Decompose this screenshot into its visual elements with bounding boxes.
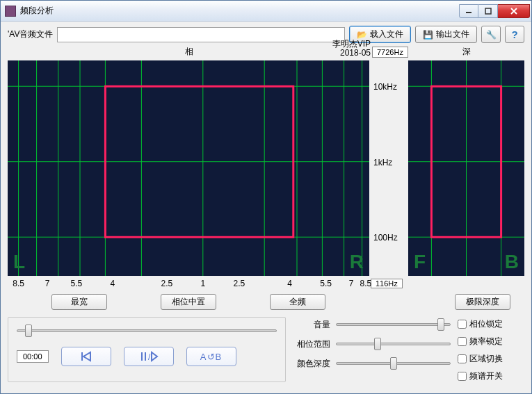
checkbox-column: 相位锁定 频率锁定 区域切换 频谱开关 — [458, 317, 524, 382]
app-icon — [5, 6, 16, 17]
phase-x-tick: 2.5 — [161, 279, 172, 288]
phase-x-tick: 5.5 — [70, 279, 82, 288]
full-band-button[interactable]: 全频 — [270, 294, 325, 310]
wrench-icon: 🔧 — [486, 30, 497, 40]
sliders-column: 音量 相位范围 颜色深度 — [293, 317, 451, 382]
load-file-label: 载入文件 — [370, 28, 403, 40]
minimize-button[interactable] — [459, 4, 478, 18]
play-pause-button[interactable]: / — [124, 347, 174, 366]
folder-open-icon: 📂 — [357, 30, 367, 40]
plots-row: L R 10kHz1kHz100Hz F B — [8, 60, 524, 276]
file-path-input[interactable] — [57, 27, 345, 42]
phase-lock-label: 相位锁定 — [469, 318, 503, 330]
freq-tick-label: 10kHz — [373, 82, 397, 92]
phase-range-label: 相位范围 — [293, 338, 330, 350]
phase-x-axis: 8.575.542.512.545.578.5 — [8, 279, 369, 288]
freq-lock-checkbox[interactable] — [458, 337, 467, 346]
help-button[interactable]: ? — [505, 26, 524, 43]
phase-range-slider[interactable] — [336, 338, 451, 350]
bottom-controls: 00:00 / A↺B 音量 — [8, 317, 524, 382]
phase-plot-title: 相 — [185, 47, 193, 56]
phase-x-tick: 4 — [287, 279, 292, 288]
phase-x-tick: 2.5 — [233, 279, 245, 288]
widest-button[interactable]: 最宽 — [51, 294, 107, 310]
loop-ab-button[interactable]: A↺B — [186, 347, 236, 366]
region-switch-label: 区域切换 — [469, 353, 503, 365]
export-file-button[interactable]: 💾 输出文件 — [415, 26, 477, 43]
plot-buttons-row: 最宽 相位中置 全频 极限深度 — [8, 291, 524, 310]
phase-x-tick: 7 — [45, 279, 50, 288]
channel-left-label: L — [13, 251, 25, 273]
freq-lock-row[interactable]: 频率锁定 — [458, 336, 524, 347]
channel-back-label: B — [505, 251, 519, 273]
max-depth-button[interactable]: 极限深度 — [455, 294, 510, 310]
skip-back-button[interactable] — [61, 347, 111, 366]
svg-marker-32 — [152, 352, 157, 361]
close-button[interactable] — [498, 4, 530, 18]
phase-range-row: 相位范围 — [293, 338, 451, 350]
region-switch-row[interactable]: 区域切换 — [458, 353, 524, 365]
window-controls — [459, 4, 530, 18]
watermark: 李明杰VIP 2018-05 — [332, 40, 371, 58]
svg-text:/: / — [148, 352, 151, 362]
export-file-label: 输出文件 — [436, 28, 469, 40]
freq-tick-label: 1kHz — [373, 158, 392, 167]
freq-upper-display: 7726Hz — [372, 47, 408, 58]
color-depth-row: 颜色深度 — [293, 357, 451, 370]
phase-x-tick: 8.5 — [360, 279, 371, 288]
playback-panel: 00:00 / A↺B — [8, 317, 286, 382]
phase-x-tick: 4 — [110, 279, 115, 288]
content-area: 'AV音频文件 📂 载入文件 💾 输出文件 🔧 ? 相 李明杰VIP 2018-… — [1, 22, 531, 393]
titlebar: 频段分析 — [1, 1, 531, 22]
spectrum-switch-row[interactable]: 频谱开关 — [458, 370, 524, 382]
region-switch-checkbox[interactable] — [458, 354, 467, 363]
time-display: 00:00 — [17, 350, 49, 363]
volume-row: 音量 — [293, 318, 451, 331]
phase-center-button[interactable]: 相位中置 — [161, 294, 216, 310]
file-row: 'AV音频文件 📂 载入文件 💾 输出文件 🔧 ? — [8, 26, 524, 43]
settings-button[interactable]: 🔧 — [481, 26, 501, 43]
phase-lock-row[interactable]: 相位锁定 — [458, 318, 524, 330]
phase-x-tick: 1 — [200, 279, 205, 288]
window-title: 频段分析 — [20, 5, 459, 17]
depth-plot-title: 深 — [462, 47, 471, 56]
depth-plot[interactable]: F B — [408, 60, 524, 276]
position-slider[interactable] — [17, 325, 277, 337]
freq-lower-display: 116Hz — [371, 279, 403, 288]
phase-x-tick: 8.5 — [13, 279, 24, 288]
color-depth-slider[interactable] — [336, 357, 451, 370]
app-window: 频段分析 'AV音频文件 📂 载入文件 💾 输出文件 🔧 ? 相 — [0, 0, 532, 394]
phase-lock-checkbox[interactable] — [458, 320, 467, 329]
svg-marker-28 — [83, 352, 90, 361]
channel-right-label: R — [350, 251, 364, 273]
play-controls: 00:00 / A↺B — [17, 347, 277, 366]
vip-date: 2018-05 — [332, 49, 371, 58]
freq-tick-label: 100Hz — [373, 233, 398, 243]
help-icon: ? — [511, 28, 517, 40]
maximize-button[interactable] — [478, 4, 498, 18]
spectrum-switch-label: 频谱开关 — [469, 370, 503, 382]
phase-x-tick: 5.5 — [320, 279, 332, 288]
under-plots-row: 8.575.542.512.545.578.5 116Hz — [8, 279, 524, 288]
plot-header: 相 李明杰VIP 2018-05 7726Hz 深 — [8, 46, 524, 58]
channel-front-label: F — [414, 251, 426, 273]
file-label: 'AV音频文件 — [8, 28, 53, 40]
phase-plot[interactable]: L R — [8, 60, 369, 276]
freq-axis: 10kHz1kHz100Hz — [372, 60, 405, 276]
save-icon: 💾 — [423, 30, 433, 40]
loop-ab-icon: A↺B — [200, 352, 222, 362]
freq-lock-label: 频率锁定 — [469, 336, 503, 347]
spectrum-switch-checkbox[interactable] — [458, 372, 467, 381]
color-depth-label: 颜色深度 — [293, 358, 330, 370]
phase-x-tick: 7 — [349, 279, 354, 288]
volume-label: 音量 — [293, 319, 330, 331]
volume-slider[interactable] — [336, 318, 451, 331]
svg-rect-1 — [485, 8, 491, 14]
